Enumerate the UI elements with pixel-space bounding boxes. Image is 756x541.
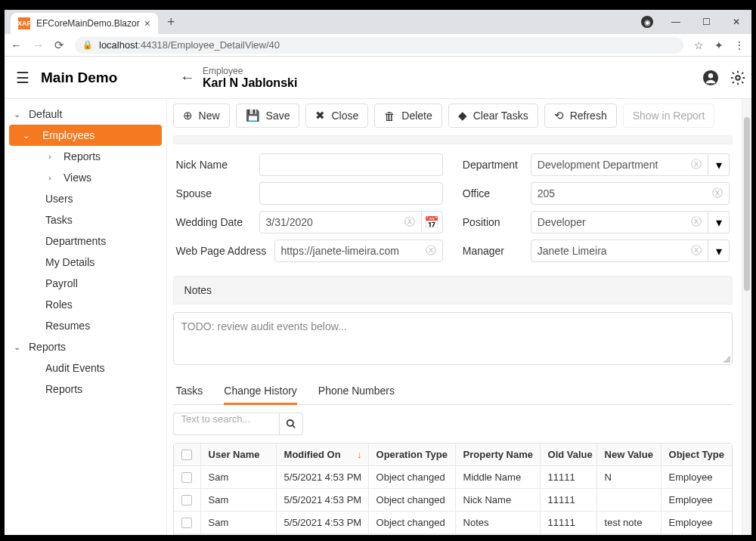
- tab-tasks[interactable]: Tasks: [176, 377, 203, 404]
- browser-tab[interactable]: XAF EFCoreMainDemo.Blazor ×: [11, 13, 158, 34]
- clear-icon[interactable]: ⓧ: [691, 215, 702, 229]
- department-dropdown-button[interactable]: ▾: [708, 153, 730, 176]
- trash-icon: 🗑: [384, 110, 395, 122]
- col-property-name[interactable]: Property Name: [456, 444, 541, 465]
- chevron-down-icon: ⌄: [23, 131, 38, 141]
- sidebar-item-roles[interactable]: Roles: [5, 294, 166, 315]
- row-checkbox[interactable]: [174, 512, 201, 533]
- hamburger-icon[interactable]: ☰: [5, 69, 41, 87]
- sidebar-item-reports[interactable]: ⌄Reports: [5, 336, 166, 357]
- window-minimize-button[interactable]: —: [661, 10, 691, 34]
- spouse-input[interactable]: [259, 182, 443, 205]
- notes-textarea[interactable]: TODO: review audit events below...: [173, 312, 733, 365]
- office-input[interactable]: 205ⓧ: [531, 182, 730, 205]
- sidebar-item-payroll[interactable]: Payroll: [5, 273, 166, 294]
- window-maximize-button[interactable]: ☐: [691, 10, 721, 34]
- breadcrumb-name: Karl N Jablonski: [203, 76, 297, 90]
- cell-user: Sam: [201, 512, 277, 533]
- clear-icon[interactable]: ⓧ: [691, 158, 702, 172]
- url-field[interactable]: 🔒 localhost:44318/Employee_DetailView/40: [75, 37, 683, 54]
- extensions-icon[interactable]: ✦: [714, 39, 723, 51]
- col-object-type[interactable]: Object Type: [662, 444, 732, 465]
- table-row[interactable]: Sam5/5/2021 4:53 PMObject changedNick Na…: [174, 489, 732, 512]
- cell-op: Object changed: [369, 466, 456, 488]
- sidebar-item-reports-sub[interactable]: ›Reports: [5, 146, 166, 167]
- save-button[interactable]: 💾Save: [236, 104, 300, 128]
- scrollbar-thumb[interactable]: [744, 117, 750, 291]
- new-tab-button[interactable]: +: [167, 14, 175, 30]
- clear-tasks-button[interactable]: ◆Clear Tasks: [448, 104, 538, 128]
- nav-reload-icon[interactable]: ⟳: [54, 39, 64, 52]
- sidebar-item-users[interactable]: Users: [5, 188, 166, 209]
- browser-menu-icon[interactable]: ⋮: [734, 39, 745, 51]
- table-row[interactable]: Sam5/5/2021 4:53 PMObject changedMiddle …: [174, 466, 732, 489]
- window-close-button[interactable]: ✕: [721, 10, 751, 34]
- sidebar-item-resumes[interactable]: Resumes: [5, 315, 166, 336]
- search-button[interactable]: [279, 413, 303, 435]
- vertical-scrollbar[interactable]: [742, 99, 751, 535]
- manager-input[interactable]: Janete Limeiraⓧ: [531, 240, 708, 262]
- col-operation-type[interactable]: Operation Type: [369, 444, 456, 465]
- position-dropdown-button[interactable]: ▾: [708, 211, 730, 233]
- show-in-report-button: Show in Report: [623, 104, 715, 128]
- sidebar-item-employees[interactable]: ⌄Employees: [9, 125, 162, 146]
- office-label: Office: [463, 187, 531, 199]
- table-row[interactable]: Sam5/5/2021 4:52 PMObject changedMiddle …: [174, 534, 732, 535]
- col-new-value[interactable]: New Value: [597, 444, 662, 465]
- cell-prop: Middle Name: [456, 466, 541, 488]
- web-page-input[interactable]: https://janete-limeira.comⓧ: [274, 240, 443, 262]
- department-input[interactable]: Development Departmentⓧ: [531, 153, 708, 176]
- clear-icon[interactable]: ⓧ: [404, 215, 415, 229]
- row-checkbox[interactable]: [174, 534, 201, 535]
- svg-point-2: [736, 76, 740, 80]
- cell-user: Sam: [201, 489, 277, 511]
- notes-header: Notes: [173, 276, 733, 305]
- media-indicator-icon[interactable]: ◉: [641, 16, 653, 28]
- delete-button[interactable]: 🗑Delete: [374, 104, 442, 128]
- sidebar-item-reports-child[interactable]: Reports: [5, 379, 166, 400]
- svg-point-1: [708, 73, 713, 78]
- tab-change-history[interactable]: Change History: [224, 377, 297, 404]
- col-modified-on[interactable]: Modified On↓: [277, 444, 369, 465]
- table-row[interactable]: Sam5/5/2021 4:53 PMObject changedNotes11…: [174, 512, 732, 534]
- close-button[interactable]: ✖Close: [305, 104, 368, 128]
- nick-name-input[interactable]: [259, 153, 443, 176]
- sidebar-item-my-details[interactable]: My Details: [5, 252, 166, 273]
- grid-select-all[interactable]: [174, 444, 201, 465]
- manager-dropdown-button[interactable]: ▾: [708, 240, 730, 262]
- back-arrow-icon[interactable]: ←: [180, 69, 195, 86]
- detail-tabs: Tasks Change History Phone Numbers: [173, 377, 733, 405]
- sidebar-item-views-sub[interactable]: ›Views: [5, 167, 166, 188]
- sidebar-item-tasks[interactable]: Tasks: [5, 209, 166, 230]
- position-input[interactable]: Developerⓧ: [531, 211, 708, 233]
- tab-close-icon[interactable]: ×: [144, 17, 150, 29]
- wedding-date-input[interactable]: 3/31/2020ⓧ: [259, 211, 422, 233]
- clear-icon[interactable]: ⓧ: [712, 187, 723, 200]
- cell-prop: Nick Name: [456, 489, 541, 511]
- nav-back-icon[interactable]: ←: [11, 39, 22, 51]
- row-checkbox[interactable]: [174, 489, 201, 511]
- clear-icon[interactable]: ⓧ: [426, 244, 436, 258]
- gear-icon[interactable]: [724, 70, 751, 86]
- refresh-button[interactable]: ⟲Refresh: [544, 104, 617, 128]
- row-checkbox[interactable]: [174, 466, 201, 488]
- cell-modified: 5/5/2021 4:53 PM: [277, 489, 369, 511]
- tab-phone-numbers[interactable]: Phone Numbers: [318, 377, 395, 404]
- resize-handle-icon[interactable]: [723, 355, 730, 363]
- search-input[interactable]: Text to search...: [173, 413, 279, 435]
- nav-forward-icon: →: [33, 39, 44, 51]
- bookmark-star-icon[interactable]: ☆: [694, 39, 704, 51]
- clear-icon[interactable]: ⓧ: [691, 244, 702, 258]
- account-icon[interactable]: [697, 70, 724, 86]
- cell-new: test note: [597, 512, 662, 533]
- sidebar-item-default[interactable]: ⌄Default: [5, 104, 166, 125]
- sidebar-item-departments[interactable]: Departments: [5, 230, 166, 252]
- sidebar: ⌄Default ⌄Employees ›Reports ›Views User…: [5, 99, 167, 535]
- new-button[interactable]: ⊕New: [173, 104, 230, 128]
- col-old-value[interactable]: Old Value: [541, 444, 597, 465]
- browser-title-bar: XAF EFCoreMainDemo.Blazor × + ◉ — ☐ ✕: [5, 10, 751, 34]
- sidebar-item-audit-events[interactable]: Audit Events: [5, 357, 166, 379]
- browser-address-bar: ← → ⟳ 🔒 localhost:44318/Employee_DetailV…: [5, 34, 751, 57]
- calendar-button[interactable]: 📅: [422, 211, 443, 233]
- col-user-name[interactable]: User Name: [201, 444, 277, 465]
